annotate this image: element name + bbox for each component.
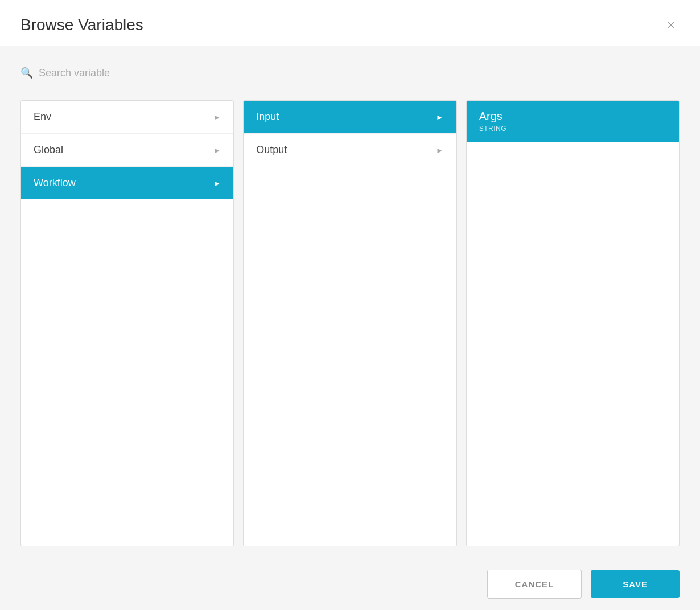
workflow-item[interactable]: Workflow ► — [21, 167, 233, 199]
global-chevron: ► — [213, 146, 221, 155]
env-chevron: ► — [213, 113, 221, 122]
save-button[interactable]: SAVE — [591, 570, 680, 598]
env-label: Env — [34, 111, 51, 123]
search-section: 🔍 — [20, 67, 680, 84]
column-3: Args STRING — [466, 100, 680, 546]
workflow-label: Workflow — [34, 177, 76, 189]
input-item[interactable]: Input ► — [244, 101, 456, 134]
variable-type: STRING — [479, 125, 666, 133]
search-icon: 🔍 — [20, 67, 33, 79]
args-variable-item[interactable]: Args STRING — [467, 101, 679, 142]
search-input[interactable] — [39, 67, 214, 79]
global-item[interactable]: Global ► — [21, 134, 233, 167]
dialog-body: 🔍 Env ► Global ► Workflow ► — [0, 46, 700, 558]
global-label: Global — [34, 144, 63, 156]
variable-name: Args — [479, 110, 666, 123]
browse-variables-dialog: Browse Variables × 🔍 Env ► Global ► — [0, 0, 700, 610]
search-wrapper: 🔍 — [20, 67, 214, 84]
output-chevron: ► — [436, 146, 444, 155]
output-label: Output — [256, 144, 287, 156]
output-item[interactable]: Output ► — [244, 134, 456, 166]
env-item[interactable]: Env ► — [21, 101, 233, 134]
variable-browser: Env ► Global ► Workflow ► Input ► — [20, 100, 680, 546]
cancel-button[interactable]: CANCEL — [487, 570, 582, 599]
column-1: Env ► Global ► Workflow ► — [20, 100, 234, 546]
dialog-footer: CANCEL SAVE — [0, 558, 700, 610]
dialog-title: Browse Variables — [20, 16, 143, 34]
input-chevron: ► — [436, 113, 444, 122]
column-2: Input ► Output ► — [243, 100, 456, 546]
input-label: Input — [256, 111, 279, 123]
workflow-chevron: ► — [213, 179, 221, 188]
close-button[interactable]: × — [662, 16, 680, 34]
dialog-header: Browse Variables × — [0, 0, 700, 46]
